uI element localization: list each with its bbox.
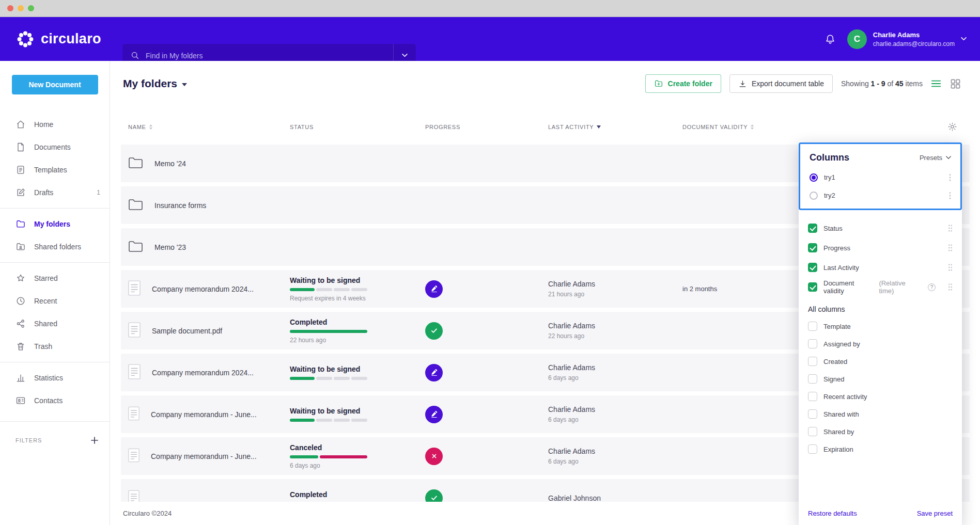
checkbox-checked-icon[interactable] bbox=[808, 224, 817, 233]
home-icon bbox=[15, 119, 26, 130]
column-header-document-validity[interactable]: DOCUMENT VALIDITY bbox=[682, 124, 970, 130]
zoom-window-button[interactable] bbox=[28, 5, 34, 11]
chevron-down-icon bbox=[182, 83, 187, 86]
page-title-dropdown[interactable]: My folders bbox=[123, 77, 187, 90]
checkbox-unchecked-icon[interactable] bbox=[808, 444, 817, 454]
filters-label: FILTERS bbox=[15, 437, 42, 443]
sidebar-item-templates[interactable]: Templates bbox=[0, 158, 110, 181]
sort-desc-icon bbox=[597, 125, 601, 129]
folder-name[interactable]: Memo '23 bbox=[154, 243, 186, 251]
list-view-icon bbox=[931, 79, 941, 88]
sidebar-item-contacts[interactable]: Contacts bbox=[0, 389, 110, 412]
help-icon[interactable] bbox=[928, 283, 936, 291]
user-menu[interactable]: C Charlie Adams charlie.adams@circularo.… bbox=[847, 29, 967, 49]
sidebar-item-drafts[interactable]: Drafts 1 bbox=[0, 181, 110, 204]
checkbox-unchecked-icon[interactable] bbox=[808, 374, 817, 384]
column-toggle-document-validity[interactable]: Document validity (Relative time) bbox=[799, 277, 962, 297]
document-name[interactable]: Company memorandum 2024... bbox=[152, 285, 254, 293]
document-name[interactable]: Company memorandum - June... bbox=[151, 452, 257, 460]
column-header-status[interactable]: STATUS bbox=[290, 124, 425, 130]
checkbox-checked-icon[interactable] bbox=[808, 282, 817, 292]
status-note: 22 hours ago bbox=[290, 337, 425, 344]
folder-name[interactable]: Memo '24 bbox=[154, 160, 186, 168]
column-settings-button[interactable] bbox=[947, 122, 957, 132]
list-view-button[interactable] bbox=[931, 79, 941, 88]
create-folder-button[interactable]: Create folder bbox=[645, 74, 721, 93]
drag-handle-icon[interactable] bbox=[948, 264, 953, 271]
radio-unselected-icon[interactable] bbox=[810, 192, 818, 200]
sidebar-item-documents[interactable]: Documents bbox=[0, 136, 110, 158]
save-preset-button[interactable]: Save preset bbox=[917, 510, 953, 517]
checkbox-unchecked-icon[interactable] bbox=[808, 427, 817, 436]
column-toggle-created[interactable]: Created bbox=[799, 353, 962, 370]
checkbox-unchecked-icon[interactable] bbox=[808, 357, 817, 366]
notifications-button[interactable] bbox=[825, 34, 836, 45]
column-toggle-recent-activity[interactable]: Recent activity bbox=[799, 388, 962, 405]
checkbox-unchecked-icon[interactable] bbox=[808, 339, 817, 348]
checkbox-checked-icon[interactable] bbox=[808, 243, 817, 252]
grid-view-button[interactable] bbox=[951, 79, 960, 89]
checkbox-unchecked-icon[interactable] bbox=[808, 322, 817, 331]
document-name[interactable]: Sample document.pdf bbox=[152, 327, 222, 335]
new-document-button[interactable]: New Document bbox=[12, 75, 98, 94]
add-filter-button[interactable] bbox=[91, 437, 98, 444]
restore-defaults-button[interactable]: Restore defaults bbox=[808, 510, 857, 517]
sidebar-item-my-folders[interactable]: My folders bbox=[0, 213, 110, 235]
drag-handle-icon[interactable] bbox=[948, 244, 953, 251]
document-name[interactable]: Company memorandum - June... bbox=[151, 410, 257, 419]
sidebar-item-shared-folders[interactable]: Shared folders bbox=[0, 235, 110, 258]
presets-dropdown[interactable]: Presets bbox=[920, 154, 951, 162]
chevron-down-icon bbox=[961, 37, 967, 41]
column-toggle-expiration[interactable]: Expiration bbox=[799, 440, 962, 458]
activity-time: 6 days ago bbox=[548, 416, 682, 423]
export-document-table-button[interactable]: Export document table bbox=[729, 74, 833, 93]
preset-option-try2[interactable]: try2 bbox=[800, 186, 960, 204]
column-toggle-signed[interactable]: Signed bbox=[799, 370, 962, 388]
sidebar-item-recent[interactable]: Recent bbox=[0, 290, 110, 312]
user-email: charlie.adams@circularo.com bbox=[873, 40, 955, 47]
radio-selected-icon[interactable] bbox=[810, 173, 818, 182]
preset-menu-icon[interactable] bbox=[949, 192, 951, 199]
search-input[interactable] bbox=[139, 52, 393, 60]
status-text: Waiting to be signed bbox=[290, 276, 425, 284]
checkbox-unchecked-icon[interactable] bbox=[808, 409, 817, 419]
column-toggle-last-activity[interactable]: Last Activity bbox=[799, 258, 962, 277]
panel-footer: Restore defaults Save preset bbox=[799, 501, 962, 525]
activity-time: 21 hours ago bbox=[548, 291, 682, 298]
close-window-button[interactable] bbox=[7, 5, 13, 11]
folder-name[interactable]: Insurance forms bbox=[154, 201, 206, 210]
column-toggle-shared-with[interactable]: Shared with bbox=[799, 405, 962, 423]
column-toggle-template[interactable]: Template bbox=[799, 317, 962, 335]
grid-view-icon bbox=[951, 79, 960, 89]
sidebar-divider bbox=[0, 362, 110, 362]
preset-label: try1 bbox=[824, 173, 943, 181]
all-columns-list: Template Assigned by Created Signed Rece… bbox=[799, 317, 962, 458]
sidebar-item-statistics[interactable]: Statistics bbox=[0, 367, 110, 389]
column-toggle-shared-by[interactable]: Shared by bbox=[799, 423, 962, 440]
column-toggle-assigned-by[interactable]: Assigned by bbox=[799, 335, 962, 353]
column-header-name[interactable]: NAME bbox=[128, 124, 290, 130]
preset-option-try1[interactable]: try1 bbox=[800, 168, 960, 186]
sidebar-item-trash[interactable]: Trash bbox=[0, 335, 110, 358]
column-header-progress[interactable]: PROGRESS bbox=[425, 124, 548, 130]
checkbox-checked-icon[interactable] bbox=[808, 263, 817, 272]
column-toggle-progress[interactable]: Progress bbox=[799, 238, 962, 258]
drag-handle-icon[interactable] bbox=[948, 283, 953, 291]
document-icon bbox=[15, 142, 26, 152]
toolbar: My folders Create folder Export document… bbox=[111, 64, 980, 103]
sidebar-item-shared[interactable]: Shared bbox=[0, 312, 110, 335]
app-logo[interactable]: circularo bbox=[15, 17, 101, 61]
sidebar-item-home[interactable]: Home bbox=[0, 113, 110, 136]
bar-chart-icon bbox=[15, 373, 26, 383]
column-label: Template bbox=[823, 323, 851, 330]
document-name[interactable]: Company memorandum 2024... bbox=[152, 369, 254, 377]
progress-bar bbox=[290, 288, 425, 291]
column-toggle-status[interactable]: Status bbox=[799, 218, 962, 238]
preset-menu-icon[interactable] bbox=[949, 174, 951, 181]
minimize-window-button[interactable] bbox=[18, 5, 24, 11]
checkbox-unchecked-icon[interactable] bbox=[808, 392, 817, 401]
drag-handle-icon[interactable] bbox=[948, 225, 953, 232]
filters-section: FILTERS bbox=[0, 431, 110, 450]
sidebar-item-starred[interactable]: Starred bbox=[0, 267, 110, 290]
column-header-last-activity[interactable]: LAST ACTIVITY bbox=[548, 124, 682, 130]
